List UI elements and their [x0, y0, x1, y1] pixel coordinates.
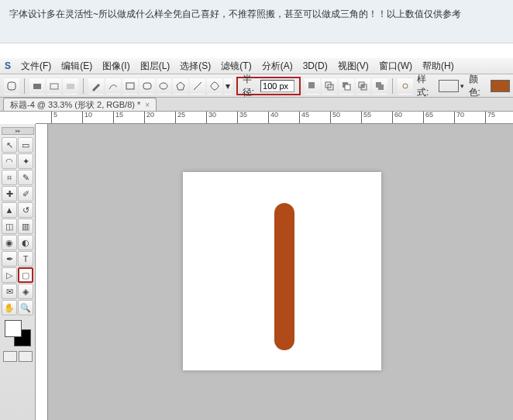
- ruler-tick: 40: [268, 112, 278, 124]
- hand-tool[interactable]: ✋: [2, 300, 17, 315]
- heal-tool[interactable]: ✚: [2, 186, 17, 201]
- banner-text: 字体设计多在灵活性~所以做成什么样全凭自己喜好，不推荐照搬，甚至可以做成三角的！…: [9, 9, 461, 19]
- svg-marker-7: [177, 82, 184, 90]
- svg-rect-0: [8, 82, 15, 90]
- gradient-tool[interactable]: ▥: [18, 219, 33, 234]
- tool-preset-picker[interactable]: [4, 77, 19, 95]
- horizontal-ruler: 0510152025303540455055606570758085909510…: [36, 112, 513, 124]
- document-tab[interactable]: 标题-4 @ 33.3% (形状 2, RGB/8) * ×: [3, 98, 157, 111]
- mode-path[interactable]: [46, 77, 62, 95]
- rounded-rect-shape[interactable]: [274, 203, 294, 350]
- svg-rect-18: [378, 84, 384, 90]
- radius-field-group: 半径:: [236, 77, 301, 95]
- menu-image[interactable]: 图像(I): [102, 60, 129, 73]
- pen-icon[interactable]: [88, 77, 104, 95]
- radius-input[interactable]: [260, 80, 294, 92]
- quickmask-mode-icon[interactable]: [19, 351, 33, 362]
- ruler-tick: 10: [82, 112, 92, 124]
- eyedropper-tool[interactable]: ✎: [18, 170, 33, 185]
- stamp-tool[interactable]: ▲: [2, 202, 17, 218]
- vertical-ruler: [36, 124, 48, 420]
- separator: [392, 78, 393, 94]
- tool-grid: ↖ ▭ ◠ ✦ ⌗ ✎ ✚ ✐ ▲ ↺ ◫ ▥ ◉ ◐ ✒ T ▷ ▢ ✉ ◈ …: [2, 137, 33, 315]
- ruler-tick: 5: [51, 112, 57, 124]
- ruler-tick: 15: [113, 112, 123, 124]
- type-tool[interactable]: T: [18, 251, 33, 267]
- document-tab-bar: 标题-4 @ 33.3% (形状 2, RGB/8) * ×: [0, 98, 513, 112]
- crop-tool[interactable]: ⌗: [2, 170, 17, 185]
- color-swatch[interactable]: [491, 80, 510, 92]
- mode-shape-layer[interactable]: [29, 77, 45, 95]
- marquee-tool[interactable]: ▭: [18, 137, 33, 153]
- ruler-tick: 50: [330, 112, 340, 124]
- custom-shape-icon[interactable]: [207, 77, 222, 95]
- separator: [24, 78, 25, 94]
- separator: [83, 78, 84, 94]
- standard-mode-icon[interactable]: [3, 351, 17, 362]
- history-brush-tool[interactable]: ↺: [18, 202, 33, 218]
- foreground-color[interactable]: [5, 320, 22, 337]
- polygon-shape-icon[interactable]: [173, 77, 188, 95]
- canvas[interactable]: [183, 172, 381, 370]
- combine-add-icon[interactable]: [322, 77, 337, 95]
- path-select-tool[interactable]: ▷: [2, 267, 17, 283]
- menu-help[interactable]: 帮助(H): [422, 60, 454, 73]
- work-area: ▸▸ ↖ ▭ ◠ ✦ ⌗ ✎ ✚ ✐ ▲ ↺ ◫ ▥ ◉ ◐ ✒ T ▷ ▢ ✉…: [0, 124, 513, 420]
- svg-line-8: [194, 82, 201, 90]
- ruler-tick: 25: [175, 112, 185, 124]
- combine-new-icon[interactable]: [305, 77, 320, 95]
- wand-tool[interactable]: ✦: [18, 153, 33, 169]
- eraser-tool[interactable]: ◫: [2, 219, 17, 234]
- lasso-tool[interactable]: ◠: [2, 153, 17, 169]
- ruler-tick: 30: [206, 112, 216, 124]
- menu-file[interactable]: 文件(F): [21, 60, 51, 73]
- svg-rect-1: [33, 84, 41, 89]
- pen-tool[interactable]: ✒: [2, 251, 17, 267]
- menu-3d[interactable]: 3D(D): [303, 60, 328, 71]
- blur-tool[interactable]: ◉: [2, 235, 17, 250]
- canvas-viewport[interactable]: [36, 124, 513, 420]
- freeform-pen-icon[interactable]: [105, 77, 121, 95]
- brush-tool[interactable]: ✐: [18, 186, 33, 201]
- color-label: 颜色:: [469, 73, 487, 99]
- ruler-tick: 70: [454, 112, 464, 124]
- line-shape-icon[interactable]: [190, 77, 205, 95]
- menu-layer[interactable]: 图层(L): [140, 60, 170, 73]
- ruler-tick: 20: [144, 112, 154, 124]
- move-tool[interactable]: ↖: [2, 137, 17, 153]
- shape-options-dropdown[interactable]: ▾: [224, 77, 232, 95]
- combine-intersect-icon[interactable]: [356, 77, 371, 95]
- notes-tool[interactable]: ✉: [2, 284, 17, 299]
- color-picker[interactable]: [5, 320, 31, 346]
- quickmask-row: [3, 351, 33, 362]
- combine-exclude-icon[interactable]: [372, 77, 387, 95]
- menu-view[interactable]: 视图(V): [338, 60, 369, 73]
- svg-rect-16: [361, 84, 364, 88]
- combine-subtract-icon[interactable]: [339, 77, 354, 95]
- link-icon[interactable]: [398, 77, 413, 95]
- zoom-tool[interactable]: 🔍: [18, 300, 33, 315]
- rounded-rectangle-tool[interactable]: ▢: [18, 267, 33, 283]
- ellipse-shape-icon[interactable]: [157, 77, 172, 95]
- svg-rect-2: [50, 84, 58, 89]
- mode-fill-pixels[interactable]: [63, 77, 78, 95]
- radius-label: 半径:: [243, 73, 257, 99]
- options-bar: ▾ 半径: 样式: ▾ 颜色:: [0, 74, 513, 98]
- style-swatch[interactable]: [439, 80, 458, 92]
- ruler-tick: 55: [361, 112, 371, 124]
- menu-analysis[interactable]: 分析(A): [262, 60, 293, 73]
- ruler-tick: 65: [423, 112, 433, 124]
- panel-grip[interactable]: ▸▸: [2, 127, 34, 135]
- menu-select[interactable]: 选择(S): [180, 60, 211, 73]
- rounded-rect-shape-icon[interactable]: [139, 77, 155, 95]
- ps-logo: S: [5, 60, 11, 71]
- style-dropdown-icon[interactable]: ▾: [460, 82, 464, 90]
- rectangle-shape-icon[interactable]: [122, 77, 138, 95]
- dodge-tool[interactable]: ◐: [18, 235, 33, 250]
- close-tab-icon[interactable]: ×: [145, 101, 150, 109]
- menu-window[interactable]: 窗口(W): [379, 60, 412, 73]
- menu-edit[interactable]: 编辑(E): [61, 60, 92, 73]
- menu-filter[interactable]: 滤镜(T): [221, 60, 251, 73]
- 3d-tool[interactable]: ◈: [18, 284, 33, 299]
- ruler-tick: 35: [237, 112, 247, 124]
